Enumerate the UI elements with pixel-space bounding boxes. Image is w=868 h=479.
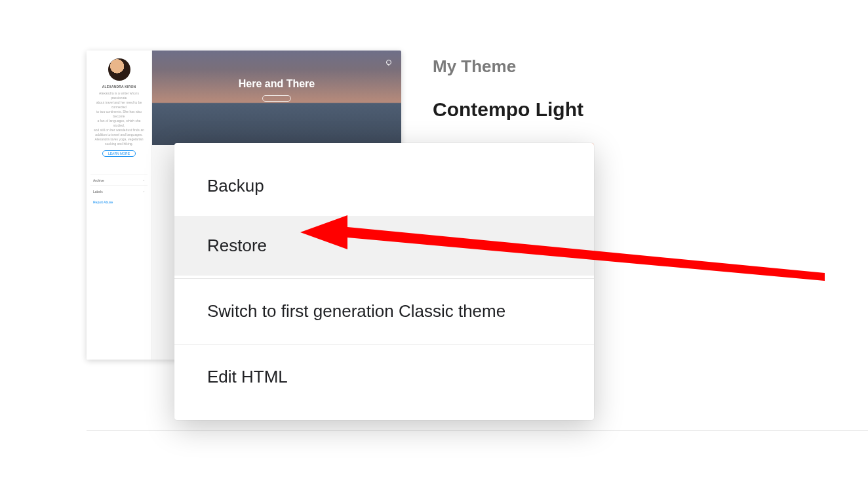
preview-sidebar-labels: Labels: [90, 185, 148, 196]
menu-separator: [174, 278, 594, 279]
theme-name: Contempo Light: [433, 98, 583, 121]
menu-item-switch-classic[interactable]: Switch to first generation Classic theme: [174, 281, 594, 341]
preview-learn-more-button: LEARN MORE: [102, 150, 136, 157]
chevron-down-icon: [144, 190, 145, 194]
menu-item-restore[interactable]: Restore: [174, 216, 594, 276]
preview-blog-title: Here and There: [152, 51, 401, 90]
menu-item-backup[interactable]: Backup: [174, 156, 594, 216]
preview-author-name: ALEXANDRA KIRON: [90, 85, 148, 89]
preview-sidebar: ALEXANDRA KIRON Alexandra is a writer wh…: [87, 51, 152, 360]
avatar: [108, 58, 130, 81]
menu-item-edit-html[interactable]: Edit HTML: [174, 347, 594, 407]
preview-sidebar-report: Report Abuse: [90, 196, 148, 208]
menu-separator: [174, 344, 594, 344]
section-label: My Theme: [433, 56, 516, 77]
preview-bio: Alexandra is a writer who is passionate …: [90, 91, 148, 146]
preview-sidebar-archive: Archive: [90, 174, 148, 185]
preview-hero-subtitle-pill: [262, 95, 291, 102]
chevron-down-icon: [144, 178, 145, 182]
preview-hero: Here and There: [152, 51, 401, 145]
section-divider: [87, 430, 868, 431]
search-icon: [383, 60, 389, 66]
theme-options-menu: Backup Restore Switch to first generatio…: [174, 143, 594, 420]
